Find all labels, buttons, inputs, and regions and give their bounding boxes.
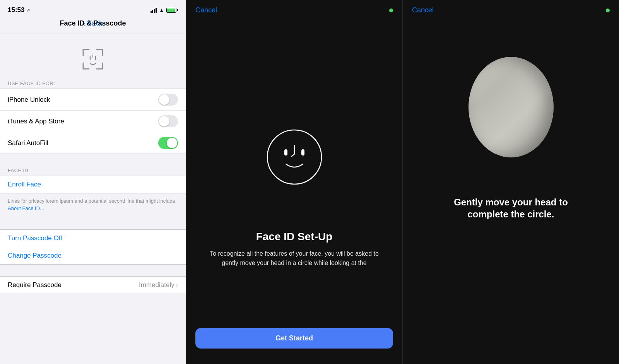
turn-passcode-off-label[interactable]: Turn Passcode Off (8, 234, 62, 242)
face-id-toggles-group: iPhone Unlock iTunes & App Store Safari … (0, 89, 186, 154)
cancel-button-panel3[interactable]: Cancel (412, 6, 434, 14)
cancel-button-panel2[interactable]: Cancel (195, 6, 217, 14)
status-time: 15:53 (8, 6, 24, 14)
enroll-face-row[interactable]: Enroll Face (0, 176, 186, 193)
face-id-setup-container: for(let i=0;i<60;i++){ const angle = i*(… (186, 18, 402, 364)
safari-autofill-row: Safari AutoFill (0, 132, 186, 154)
require-passcode-label: Require Passcode (8, 281, 62, 289)
safari-autofill-label: Safari AutoFill (8, 139, 48, 147)
iphone-unlock-row: iPhone Unlock (0, 89, 186, 111)
change-passcode-label[interactable]: Change Passcode (8, 252, 62, 260)
svg-line-8 (292, 154, 294, 156)
use-face-id-label: USE FACE ID FOR: (0, 80, 186, 89)
setup-desc: To recognize all the features of your fa… (198, 249, 391, 268)
get-started-button[interactable]: Get Started (195, 328, 393, 349)
safari-autofill-toggle[interactable] (158, 137, 178, 149)
signal-icon (150, 7, 157, 13)
face-id-icon-container (0, 34, 186, 80)
require-passcode-row[interactable]: Require Passcode Immediately › (0, 276, 186, 294)
svg-point-4 (267, 130, 321, 184)
face-id-scan-panel: Cancel for(let i=0;i<72;i++){ const angl… (402, 0, 619, 364)
status-icons: ▲ (150, 7, 178, 13)
face-scan-animation: for(let i=0;i<60;i++){ const angle = i*(… (236, 99, 352, 215)
settings-panel: 15:53 ↗ ▲ ‹ Back Face ID (0, 0, 186, 364)
face-id-setup-panel: Cancel for(let i=0;i<60;i++){ const angl… (186, 0, 402, 364)
setup-text: Face ID Set-Up To recognize all the feat… (186, 231, 402, 268)
enroll-face-link[interactable]: Enroll Face (8, 181, 41, 188)
itunes-app-store-label: iTunes & App Store (8, 118, 64, 125)
about-face-id-link[interactable]: About Face ID... (8, 205, 44, 211)
iphone-unlock-label: iPhone Unlock (8, 96, 50, 104)
setup-title: Face ID Set-Up (198, 231, 391, 243)
green-status-dot-2 (606, 9, 610, 12)
green-status-dot (389, 9, 393, 12)
page-title: Face ID & Passcode (60, 19, 126, 27)
tick-ring-svg: for(let i=0;i<60;i++){ const angle = i*(… (236, 99, 352, 215)
location-indicator: ↗ (26, 7, 30, 13)
dark-status-bar: Cancel (186, 0, 402, 18)
scan-instruction: Gently move your head to complete the ci… (418, 196, 604, 220)
settings-header: 15:53 ↗ ▲ ‹ Back Face ID (0, 0, 186, 34)
scan-animation: for(let i=0;i<72;i++){ const angle = i*(… (445, 41, 577, 173)
chevron-right-icon: › (176, 282, 178, 289)
require-passcode-value: Immediately › (139, 281, 178, 289)
battery-icon (166, 8, 178, 13)
face-oval (469, 57, 554, 157)
turn-passcode-off-row[interactable]: Turn Passcode Off (0, 230, 186, 247)
passcode-section: Turn Passcode Off Change Passcode (0, 229, 186, 265)
privacy-section: Lines for privacy lorem ipsum and a pote… (0, 193, 186, 216)
itunes-app-store-toggle[interactable] (158, 115, 178, 127)
wifi-icon: ▲ (159, 7, 164, 13)
iphone-unlock-toggle[interactable] (158, 94, 178, 106)
itunes-app-store-row: iTunes & App Store (0, 111, 186, 132)
privacy-text: Lines for privacy lorem ipsum and a pote… (8, 198, 176, 204)
change-passcode-row[interactable]: Change Passcode (0, 247, 186, 264)
svg-rect-6 (301, 149, 304, 156)
face-id-setup-icon (79, 46, 106, 73)
dark-status-bar-2: Cancel (403, 0, 619, 18)
svg-rect-5 (284, 149, 287, 156)
face-id-section-label: FACE ID (0, 167, 186, 176)
status-bar: 15:53 ↗ ▲ (8, 6, 178, 14)
scan-instruction-container: Gently move your head to complete the ci… (403, 196, 619, 220)
